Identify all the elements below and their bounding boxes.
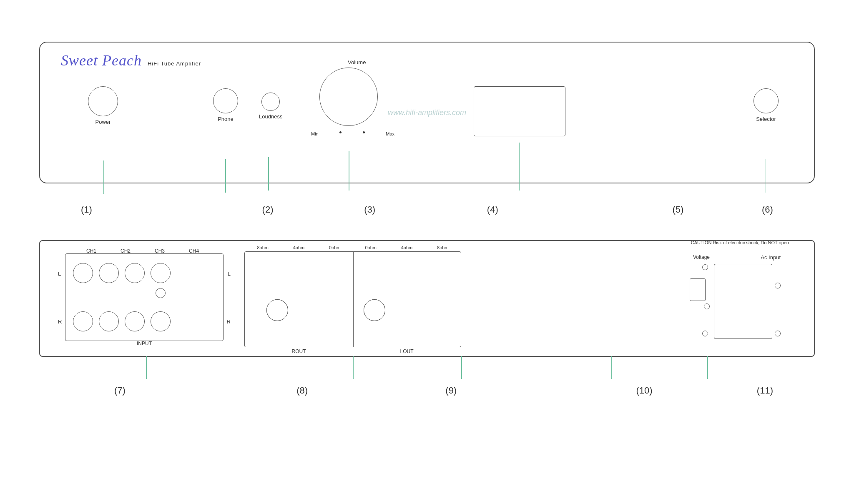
output-divider	[353, 252, 354, 347]
input-bottom-label: INPUT	[137, 341, 152, 346]
ch4-label: CH4	[189, 248, 199, 254]
power-knob[interactable]	[88, 86, 118, 116]
input-ch4-l-knob[interactable]	[151, 263, 171, 283]
back-connector-8	[353, 356, 354, 379]
back-num-7: (7)	[114, 385, 126, 396]
selector-label: Selector	[756, 116, 776, 122]
connector-line-1	[103, 160, 104, 194]
volume-knob-group	[319, 68, 378, 126]
volume-knob[interactable]	[319, 68, 378, 126]
back-num-9: (9)	[445, 385, 457, 396]
back-num-11: (11)	[757, 385, 773, 396]
back-num-10: (10)	[636, 385, 652, 396]
power-switch-rect[interactable]	[690, 278, 706, 301]
front-num-1: (1)	[81, 204, 92, 215]
voltage-dot-top	[702, 264, 708, 270]
brand-area: Sweet Peach HiFi Tube Amplifier	[61, 52, 201, 69]
input-ch-labels: CH1 CH2 CH3 CH4	[86, 248, 199, 254]
caution-text: CAUTION:Risk of elecctric shock, Do NOT …	[691, 240, 789, 245]
volume-max-text: Max	[386, 131, 394, 136]
front-num-6: (6)	[762, 204, 773, 215]
loudness-knob-group: Loudness	[259, 93, 282, 120]
ch3-label: CH3	[155, 248, 165, 254]
input-section: CH1 CH2 CH3 CH4 L L R R INPUT	[65, 253, 224, 341]
power-knob-group: Power	[88, 86, 118, 125]
back-connector-7	[146, 356, 147, 379]
lout-ohm-8: 8ohm	[437, 245, 449, 250]
connector-line-3	[268, 157, 269, 191]
power-label: Power	[95, 119, 111, 125]
r-label-bot-r: R	[227, 318, 231, 325]
l-label-top: L	[58, 271, 61, 277]
ac-input-rect	[714, 264, 772, 339]
phone-knob-group: Phone	[213, 88, 238, 122]
loudness-label: Loudness	[259, 113, 282, 120]
front-num-4: (4)	[487, 204, 498, 215]
lout-ohm-0: 0ohm	[365, 245, 377, 250]
input-ch3-l-knob[interactable]	[125, 263, 145, 283]
lout-ohm-labels: 0ohm 4ohm 8ohm	[353, 245, 461, 250]
l-label-top-r: L	[228, 271, 231, 277]
rout-ohm-8: 8ohm	[257, 245, 269, 250]
ac-input-label: Ac Input	[761, 254, 781, 261]
vol-dot-min	[339, 131, 342, 133]
watermark: www.hifi-amplifiers.com	[388, 108, 466, 117]
front-numbers-row: (1) (2) (3) (4) (5) (6)	[39, 204, 815, 215]
loudness-knob[interactable]	[261, 93, 280, 111]
volume-min-max: Min Max	[311, 131, 394, 136]
lout-label: LOUT	[400, 349, 413, 354]
vol-dot-max	[363, 131, 365, 133]
back-connector-10	[611, 356, 612, 379]
input-ch2-l-knob[interactable]	[99, 263, 119, 283]
display-screen	[474, 86, 565, 136]
input-ch2-r-knob[interactable]	[99, 311, 119, 331]
connector-line-5	[519, 143, 520, 191]
lout-knob-8[interactable]	[364, 299, 385, 321]
connector-line-4	[349, 151, 349, 191]
rout-label: ROUT	[292, 349, 306, 354]
input-extra-circle	[156, 288, 166, 298]
voltage-dot-mid	[704, 303, 710, 309]
rout-ohm-labels: 8ohm 4ohm 0ohm	[245, 245, 353, 250]
back-panel: CH1 CH2 CH3 CH4 L L R R INPUT	[39, 240, 815, 357]
ac-circle-right-2	[775, 331, 781, 336]
phone-knob[interactable]	[213, 88, 238, 113]
ac-circle-right	[775, 283, 781, 288]
lout-ohm-4: 4ohm	[401, 245, 413, 250]
input-ch3-r-knob[interactable]	[125, 311, 145, 331]
brand-name: Sweet Peach	[61, 52, 142, 69]
back-connector-9	[461, 356, 462, 379]
input-ch1-r-knob[interactable]	[73, 311, 93, 331]
ch1-label: CH1	[86, 248, 96, 254]
connector-line-2	[225, 159, 226, 193]
connector-line-6	[766, 159, 766, 193]
back-numbers-row: (7) (8) (9) (10) (11)	[39, 385, 815, 396]
back-connector-11	[707, 356, 708, 379]
selector-knob-group: Selector	[754, 88, 779, 122]
r-label-bot: R	[58, 318, 62, 325]
volume-label: Volume	[348, 59, 366, 65]
rout-ohm-0: 0ohm	[329, 245, 341, 250]
phone-label: Phone	[218, 116, 234, 122]
rout-ohm-4: 4ohm	[293, 245, 305, 250]
brand-subtitle: HiFi Tube Amplifier	[148, 60, 201, 67]
voltage-dot-bot	[702, 331, 708, 336]
output-section: 8ohm 4ohm 0ohm 0ohm 4ohm 8ohm	[244, 251, 461, 347]
input-ch4-r-knob[interactable]	[151, 311, 171, 331]
rout-knob-0[interactable]	[266, 299, 288, 321]
front-num-5: (5)	[672, 204, 683, 215]
selector-knob[interactable]	[754, 88, 779, 113]
input-ch1-l-knob[interactable]	[73, 263, 93, 283]
ch2-label: CH2	[121, 248, 131, 254]
front-num-2: (2)	[262, 204, 274, 215]
volume-min-text: Min	[311, 131, 319, 136]
back-num-8: (8)	[296, 385, 308, 396]
front-panel: Sweet Peach HiFi Tube Amplifier Volume P…	[39, 42, 815, 183]
front-num-3: (3)	[364, 204, 375, 215]
voltage-label: Voltage	[693, 254, 710, 260]
